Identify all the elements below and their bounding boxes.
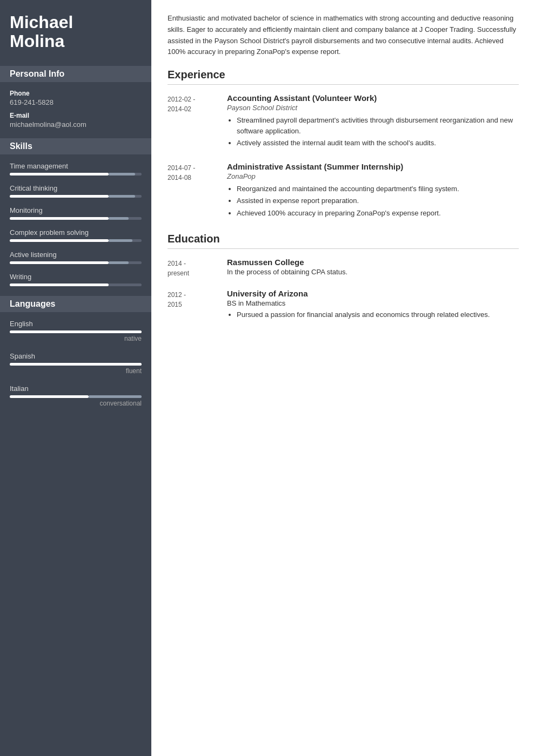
experience-bullet: Streamlined payroll department's activit… xyxy=(237,115,519,136)
language-bar-accent xyxy=(89,395,142,398)
email-value: michaelmolina@aol.com xyxy=(10,120,142,129)
language-item: Englishnative xyxy=(10,320,142,342)
skill-bar-fill xyxy=(10,261,109,264)
education-list: 2014 - presentRasmussen CollegeIn the pr… xyxy=(168,258,519,320)
experience-bullet: Achieved 100% accuracy in preparing Zona… xyxy=(237,208,519,219)
experience-dates: 2014-07 - 2014-08 xyxy=(168,162,227,220)
languages-section-title: Languages xyxy=(0,296,151,312)
skills-list: Time managementCritical thinkingMonitori… xyxy=(10,162,142,286)
skill-bar-accent xyxy=(109,195,135,198)
skill-bar-bg xyxy=(10,195,142,198)
language-level: conversational xyxy=(10,400,142,407)
languages-list: EnglishnativeSpanishfluentItalianconvers… xyxy=(10,320,142,407)
skill-bar-bg xyxy=(10,239,142,242)
experience-section: Experience 2012-02 - 2014-02Accounting A… xyxy=(168,69,519,220)
language-bar-fill xyxy=(10,363,142,366)
skill-item: Critical thinking xyxy=(10,184,142,198)
language-level: fluent xyxy=(10,367,142,375)
skill-item: Active listening xyxy=(10,251,142,264)
skill-name: Active listening xyxy=(10,251,142,259)
summary-text: Enthusiastic and motivated bachelor of s… xyxy=(168,13,519,58)
skill-name: Time management xyxy=(10,162,142,170)
language-level: native xyxy=(10,335,142,342)
skill-item: Writing xyxy=(10,273,142,286)
experience-content: Accounting Assistant (Volunteer Work)Pay… xyxy=(227,93,519,150)
language-bar-bg xyxy=(10,330,142,333)
skill-name: Monitoring xyxy=(10,206,142,214)
skill-bar-accent xyxy=(109,239,132,242)
skill-bar-fill xyxy=(10,239,109,242)
language-item: Spanishfluent xyxy=(10,352,142,375)
language-bar-fill xyxy=(10,330,142,333)
language-name: Spanish xyxy=(10,352,142,360)
experience-item: 2012-02 - 2014-02Accounting Assistant (V… xyxy=(168,93,519,150)
education-content: Rasmussen CollegeIn the process of obtai… xyxy=(227,258,519,278)
skills-section-title: Skills xyxy=(0,138,151,154)
language-name: Italian xyxy=(10,384,142,393)
skill-item: Monitoring xyxy=(10,206,142,220)
skill-bar-accent xyxy=(109,173,135,176)
language-name: English xyxy=(10,320,142,328)
skill-bar-fill xyxy=(10,173,109,176)
experience-bullet: Reorganized and maintained the accountin… xyxy=(237,184,519,194)
skill-bar-accent xyxy=(109,217,129,220)
education-item: 2012 - 2015University of ArizonaBS in Ma… xyxy=(168,289,519,320)
skill-bar-fill xyxy=(10,195,109,198)
language-bar-bg xyxy=(10,363,142,366)
education-dates: 2014 - present xyxy=(168,258,227,278)
education-dates: 2012 - 2015 xyxy=(168,289,227,320)
language-bar-fill xyxy=(10,395,89,398)
sidebar: MichaelMolina Personal Info Phone 619-24… xyxy=(0,0,151,756)
education-school: Rasmussen College xyxy=(227,258,519,267)
experience-bullet: Assisted in expense report preparation. xyxy=(237,195,519,206)
education-title: Education xyxy=(168,233,519,249)
education-item: 2014 - presentRasmussen CollegeIn the pr… xyxy=(168,258,519,278)
skill-name: Complex problem solving xyxy=(10,228,142,237)
experience-title: Accounting Assistant (Volunteer Work) xyxy=(227,93,519,103)
education-section: Education 2014 - presentRasmussen Colleg… xyxy=(168,233,519,320)
education-school: University of Arizona xyxy=(227,289,519,298)
skill-name: Writing xyxy=(10,273,142,281)
experience-company: Payson School District xyxy=(227,104,519,112)
skill-name: Critical thinking xyxy=(10,184,142,192)
phone-label: Phone xyxy=(10,90,142,97)
skill-bar-bg xyxy=(10,173,142,176)
email-label: E-mail xyxy=(10,112,142,119)
phone-value: 619-241-5828 xyxy=(10,98,142,106)
skill-bar-bg xyxy=(10,217,142,220)
skill-bar-fill xyxy=(10,284,109,286)
experience-bullet: Actively assisted the internal audit tea… xyxy=(237,138,519,148)
skill-bar-bg xyxy=(10,284,142,286)
education-bullet: Pursued a passion for financial analysis… xyxy=(237,309,519,320)
candidate-name: MichaelMolina xyxy=(10,13,142,51)
experience-title: Experience xyxy=(168,69,519,85)
education-bullets: Pursued a passion for financial analysis… xyxy=(237,309,519,320)
skill-bar-accent xyxy=(109,261,129,264)
experience-item: 2014-07 - 2014-08Administrative Assistan… xyxy=(168,162,519,220)
main-content: Enthusiastic and motivated bachelor of s… xyxy=(151,0,535,756)
language-item: Italianconversational xyxy=(10,384,142,407)
education-degree: In the process of obtaining CPA status. xyxy=(227,268,519,276)
personal-info-section-title: Personal Info xyxy=(0,66,151,82)
experience-bullets: Reorganized and maintained the accountin… xyxy=(237,184,519,219)
skill-bar-fill xyxy=(10,217,109,220)
experience-company: ZonaPop xyxy=(227,172,519,180)
education-degree: BS in Mathematics xyxy=(227,299,519,307)
language-bar-bg xyxy=(10,395,142,398)
experience-dates: 2012-02 - 2014-02 xyxy=(168,93,227,150)
experience-content: Administrative Assistant (Summer Interns… xyxy=(227,162,519,220)
skill-item: Complex problem solving xyxy=(10,228,142,242)
education-content: University of ArizonaBS in MathematicsPu… xyxy=(227,289,519,320)
experience-title: Administrative Assistant (Summer Interns… xyxy=(227,162,519,171)
skill-item: Time management xyxy=(10,162,142,176)
experience-bullets: Streamlined payroll department's activit… xyxy=(237,115,519,148)
skill-bar-bg xyxy=(10,261,142,264)
experience-list: 2012-02 - 2014-02Accounting Assistant (V… xyxy=(168,93,519,220)
